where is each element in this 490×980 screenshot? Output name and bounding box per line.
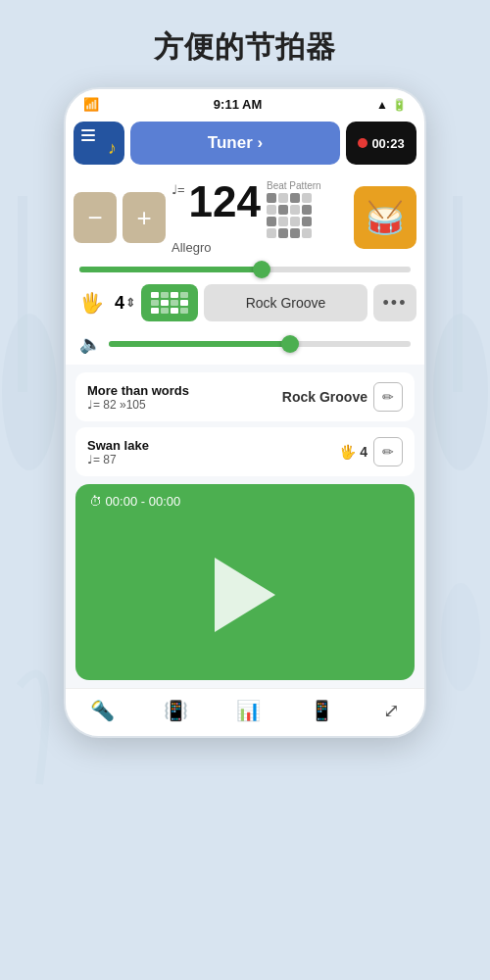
beat-cell — [267, 205, 276, 215]
tuner-button[interactable]: Tuner › — [130, 122, 340, 165]
groove-item-1-left: More than words ♩= 82 »105 — [87, 383, 189, 412]
groove-item-2-name: Swan lake — [87, 438, 149, 453]
tempo-slider-thumb[interactable] — [253, 261, 270, 278]
bpm-minus-button[interactable]: − — [74, 192, 117, 243]
groove-item-1-name: More than words — [87, 383, 189, 398]
tempo-slider-fill — [79, 267, 262, 272]
svg-point-0 — [2, 314, 57, 470]
player-timer: ⏱ 00:00 - 00:00 — [89, 494, 401, 509]
nav-item-expand[interactable]: ⤢ — [383, 699, 400, 722]
chart-icon: 📊 — [236, 699, 261, 722]
bottom-nav: 🔦 📳 📊 📱 ⤢ — [66, 688, 424, 736]
groove-item-2-right: 🖐 4 ✏ — [339, 437, 403, 466]
groove-item-2-left: Swan lake ♩= 87 — [87, 438, 149, 466]
rock-groove-label: Rock Groove — [246, 295, 326, 311]
more-button[interactable]: ••• — [373, 284, 416, 321]
beat-cell — [302, 228, 312, 238]
beat-cell — [290, 205, 300, 215]
status-time: 9:11 AM — [214, 97, 262, 112]
bpm-display: ♩= 124 Beat Pattern — [172, 180, 348, 255]
svg-point-4 — [441, 583, 480, 691]
beat-cell — [302, 205, 312, 215]
volume-row: 🔈 — [66, 329, 424, 365]
status-bar: 📶 9:11 AM ▲ 🔋 — [66, 89, 424, 116]
bpm-tempo-label: Allegro — [172, 240, 348, 255]
groove-item-2-edit-button[interactable]: ✏ — [373, 437, 403, 466]
beat-cell — [278, 228, 288, 238]
vibrate-icon: 📳 — [164, 699, 188, 722]
groove-item-1-right: Rock Groove ✏ — [282, 382, 403, 412]
beat-cell — [302, 193, 312, 203]
edit-icon-2: ✏ — [382, 444, 394, 460]
groove-dots-grid — [151, 292, 188, 314]
groove-item-1-center: Rock Groove — [282, 389, 368, 405]
beat-count-arrow: ⇕ — [125, 296, 135, 310]
nav-item-device[interactable]: 📱 — [310, 699, 334, 722]
more-icon: ••• — [383, 293, 408, 314]
wifi-icon: 📶 — [83, 97, 99, 112]
status-right-icons: ▲ 🔋 — [376, 98, 407, 112]
beat-cell — [278, 205, 288, 215]
groove-item-1-edit-button[interactable]: ✏ — [373, 382, 403, 412]
volume-slider-fill — [109, 341, 290, 347]
nav-item-flashlight[interactable]: 🔦 — [90, 699, 115, 722]
volume-slider-thumb[interactable] — [281, 335, 299, 353]
play-button-area[interactable] — [89, 509, 401, 670]
menu-button[interactable]: ♪ — [74, 122, 124, 165]
phone-frame: 📶 9:11 AM ▲ 🔋 ♪ Tuner › 00:23 − + ♩= 1 — [64, 87, 426, 738]
header-bar: ♪ Tuner › 00:23 — [66, 116, 424, 171]
drum-button[interactable]: 🥁 — [354, 186, 416, 249]
beat-cell — [278, 193, 288, 203]
beat-pattern-grid[interactable] — [267, 193, 312, 238]
groove-item-1-bpm: ♩= 82 »105 — [87, 398, 189, 412]
record-button[interactable]: 00:23 — [346, 122, 416, 165]
play-triangle-icon[interactable] — [215, 558, 275, 632]
rock-groove-button[interactable]: Rock Groove — [204, 284, 368, 321]
music-note-icon: ♪ — [108, 138, 117, 159]
groove-item-2[interactable]: Swan lake ♩= 87 🖐 4 ✏ — [75, 427, 415, 476]
tempo-slider-row — [66, 259, 424, 276]
nav-item-chart[interactable]: 📊 — [236, 699, 261, 722]
battery-icon: 🔋 — [392, 98, 407, 112]
bpm-section: − + ♩= 124 Beat Pattern — [66, 171, 424, 259]
beat-pattern-label: Beat Pattern — [267, 180, 321, 191]
groove-item-1[interactable]: More than words ♩= 82 »105 Rock Groove ✏ — [75, 372, 415, 421]
hamburger-icon — [81, 129, 95, 141]
edit-icon: ✏ — [382, 389, 394, 405]
record-time: 00:23 — [371, 136, 404, 151]
player-timer-text: ⏱ 00:00 - 00:00 — [89, 494, 180, 509]
svg-rect-1 — [18, 196, 27, 392]
beat-controls-row: 🖐 4 ⇕ Rock Groove — [66, 276, 424, 329]
bpm-value: 124 — [189, 180, 261, 223]
beat-cell — [290, 228, 300, 238]
svg-point-2 — [433, 314, 488, 470]
groove-pattern-button[interactable] — [141, 284, 198, 321]
record-dot — [358, 138, 368, 148]
svg-rect-3 — [453, 196, 463, 392]
beat-count-stepper[interactable]: 4 ⇕ — [115, 293, 135, 314]
drum-icon: 🥁 — [366, 199, 405, 236]
nav-item-vibrate[interactable]: 📳 — [164, 699, 188, 722]
bpm-note-symbol: ♩= — [172, 182, 185, 197]
beat-cell — [290, 217, 300, 226]
groove-item-2-bpm: ♩= 87 — [87, 453, 149, 466]
groove-item-2-center: 🖐 4 — [339, 444, 368, 460]
volume-slider-track[interactable] — [109, 341, 411, 347]
hand-icon: 🖐 — [74, 291, 109, 315]
beat-cell — [267, 217, 276, 226]
beat-cell — [267, 193, 276, 203]
bpm-plus-button[interactable]: + — [122, 192, 166, 243]
device-icon: 📱 — [310, 699, 334, 722]
beat-cell — [267, 228, 276, 238]
beat-pattern-area: Beat Pattern — [267, 180, 321, 238]
beat-cell — [302, 217, 312, 226]
volume-icon: 🔈 — [79, 333, 101, 355]
beat-cell — [290, 193, 300, 203]
page-title: 方便的节拍器 — [0, 0, 490, 87]
flashlight-icon: 🔦 — [90, 699, 115, 722]
tempo-slider-track[interactable] — [79, 267, 411, 272]
beat-cell — [278, 217, 288, 226]
groove-list: More than words ♩= 82 »105 Rock Groove ✏… — [66, 365, 424, 476]
location-icon: ▲ — [376, 98, 388, 112]
player-area: ⏱ 00:00 - 00:00 — [75, 484, 415, 680]
